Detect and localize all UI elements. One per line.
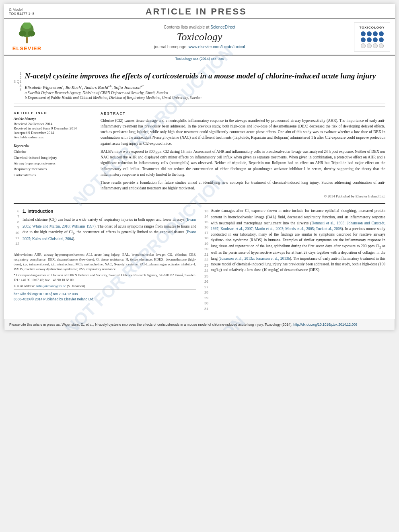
svg-rect-0: [26, 37, 28, 43]
journal-header: ELSEVIER Contents lists available at Sci…: [4, 19, 395, 55]
tox-dot: [367, 43, 372, 48]
tox-dot: [361, 37, 366, 42]
footnote-section: Abbreviation: AHR, airway hyperresponsiv…: [14, 250, 196, 288]
abbreviation-note: Abbreviation: AHR, airway hyperresponsiv…: [14, 253, 196, 272]
journal-center: Contents lists available at ScienceDirec…: [49, 23, 350, 51]
elsevier-logo: ELSEVIER: [9, 23, 45, 51]
tox-dot: [379, 37, 384, 42]
abstract-heading: ABSTRACT: [101, 111, 385, 116]
tox-dots-grid: [361, 31, 384, 48]
corresponding-note: * Corresponding author at: Division of C…: [14, 273, 196, 283]
revised-date: Received in revised form 9 December 2014: [14, 126, 94, 130]
gmodel-text: G Model TOX 51477 1–8: [9, 8, 34, 16]
email-note: E-mail address: sofia.jonasson@foi.se (S…: [14, 284, 196, 289]
bottom-copyright: 0300-483X/© 2014 Published by Elsevier I…: [14, 297, 94, 301]
journal-homepage-url[interactable]: www.elsevier.com/locate/toxicol: [189, 45, 245, 49]
article-in-press-label: ARTICLE IN PRESS: [34, 6, 358, 17]
page: NOT FOR REPRODUCTION NOT FOR REPRODUCTIO…: [4, 4, 395, 330]
science-direct-line: Contents lists available at ScienceDirec…: [164, 25, 235, 29]
science-direct-link[interactable]: ScienceDirect: [210, 25, 235, 29]
tox-dot: [373, 31, 378, 36]
abstract-col: ABSTRACT Chlorine (Cl2) causes tissue da…: [101, 111, 385, 199]
tox-dot: [367, 31, 372, 36]
keyword-1: Chlorine: [14, 149, 94, 154]
keywords-list: Chlorine Chemical-induced lung injury Ai…: [14, 149, 94, 178]
elsevier-brand-text: ELSEVIER: [12, 45, 41, 51]
body-right-paragraph-1: Acute damages after Cl2-exposure shown i…: [211, 208, 385, 273]
citation-box: Please cite this article in press as: Wi…: [4, 319, 395, 330]
keyword-4: Respiratory mechanics: [14, 166, 94, 172]
citation-text: Please cite this article in press as: Wi…: [9, 322, 292, 327]
body-paragraph-1: Inhaled chlorine (Cl2) can lead to a wid…: [23, 217, 196, 242]
affiliation-a: a Swedish Defence Research Agency, Divis…: [25, 91, 385, 95]
article-info-col: ARTICLE INFO Article history: Received 2…: [14, 111, 94, 199]
affiliation-b: b Department of Public Health and Clinic…: [25, 96, 385, 100]
article-info-heading: ARTICLE INFO: [14, 111, 94, 115]
keyword-2: Chemical-induced lung injury: [14, 155, 94, 160]
article-info-abstract-section: ARTICLE INFO Article history: Received 2…: [14, 107, 385, 199]
keywords-label: Keywords:: [14, 144, 94, 148]
tox-logo-title: TOXICOLOGY: [359, 26, 385, 29]
elsevier-tree-icon: [15, 23, 39, 45]
tox-dot: [361, 31, 366, 36]
toxicology-logo-box: TOXICOLOGY: [354, 23, 390, 51]
keyword-5: Corticosteroids: [14, 172, 94, 178]
available-online: Available online xxx: [14, 135, 94, 139]
tox-dot: [379, 31, 384, 36]
received-date: Received 24 October 2014: [14, 122, 94, 126]
journal-title: Toxicology: [177, 31, 222, 43]
body-left-col: 6789101112 1. Introduction Inhaled chlor…: [14, 208, 196, 312]
body-line-numbers-right: 1314151617 1819202122 2324252627 2829303…: [203, 208, 208, 312]
header-bar: G Model TOX 51477 1–8 ARTICLE IN PRESS: [4, 4, 395, 19]
body-line-numbers-left: 6789101112: [14, 208, 19, 247]
abstract-copyright: © 2014 Published by Elsevier Ireland Ltd…: [101, 194, 385, 199]
bottom-doi-bar: http://dx.doi.org/10.1016/j.tox.2014.12.…: [14, 290, 196, 304]
keyword-3: Airway hyperresponsiveness: [14, 160, 94, 166]
section1-title: 1. Introduction: [23, 208, 196, 215]
tox-dot: [373, 37, 378, 42]
tox-dot: [367, 37, 372, 42]
body-section: 6789101112 1. Introduction Inhaled chlor…: [14, 203, 385, 316]
citation-doi-link[interactable]: http://dx.doi.org/10.1016/j.tox.2014.12.…: [293, 322, 357, 327]
authors-line: Elisabeth Wigenstama, Bo Kocha, Anders B…: [25, 84, 385, 90]
journal-homepage-line: journal homepage: www.elsevier.com/locat…: [154, 45, 245, 49]
bottom-doi-link[interactable]: http://dx.doi.org/10.1016/j.tox.2014.12.…: [14, 292, 78, 296]
doi-line: Toxicology xxx (2014) xxx–xxx: [4, 55, 395, 64]
accepted-date: Accepted 9 December 2014: [14, 131, 94, 135]
abstract-paragraph-2: BALB/c mice were exposed to 300 ppm Cl2 …: [101, 149, 385, 177]
abstract-paragraph-3: These results provide a foundation for f…: [101, 180, 385, 191]
title-line-numbers: 1 2 3 Q1 4 5: [14, 71, 22, 92]
email-link[interactable]: sofia.jonasson@foi.se: [36, 284, 66, 288]
article-content: 1 2 3 Q1 4 5 N-acetyl cysteine improves …: [4, 64, 395, 316]
body-right-col: 1314151617 1819202122 2324252627 2829303…: [203, 208, 385, 312]
svg-point-2: [19, 31, 26, 37]
svg-point-3: [28, 31, 35, 37]
article-title-section: 1 2 3 Q1 4 5 N-acetyl cysteine improves …: [14, 68, 385, 103]
history-label: Article history:: [14, 117, 94, 121]
article-main-title: N-acetyl cysteine improves the effects o…: [25, 71, 385, 81]
abstract-paragraph-1: Chlorine (Cl2) causes tissue damage and …: [101, 118, 385, 146]
tox-dot: [361, 43, 366, 48]
tox-dot: [379, 43, 384, 48]
tox-dot: [373, 43, 378, 48]
